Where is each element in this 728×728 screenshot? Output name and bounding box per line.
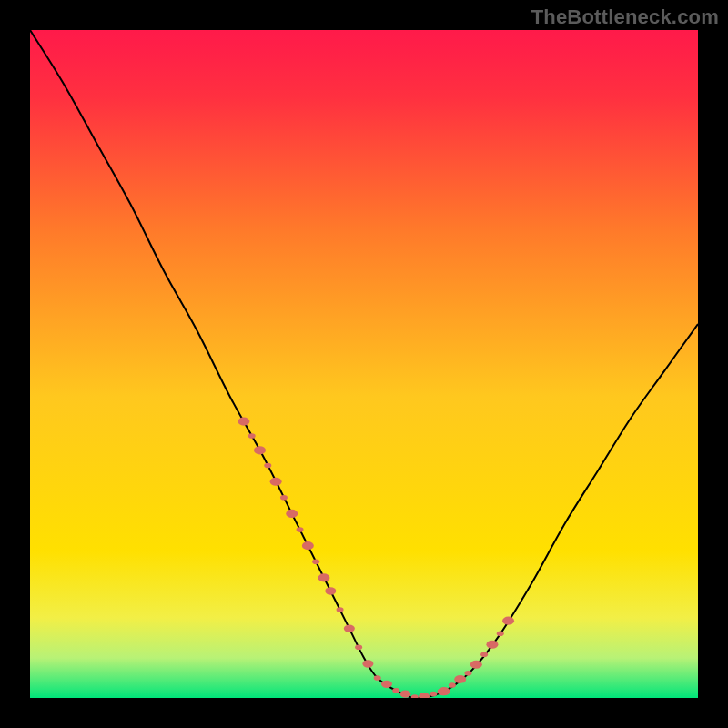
curve-dot bbox=[248, 433, 256, 439]
curve-dot bbox=[302, 541, 314, 550]
curve-dot bbox=[454, 675, 466, 683]
curve-dot bbox=[344, 624, 355, 632]
curve-dot bbox=[238, 418, 249, 426]
curve-dot bbox=[497, 631, 504, 636]
curve-dot bbox=[438, 688, 449, 695]
curve-dot bbox=[486, 641, 498, 649]
curve-dot bbox=[264, 463, 271, 469]
watermark-text: TheBottleneck.com bbox=[531, 5, 719, 29]
curve-dot bbox=[312, 559, 319, 564]
chart-container bbox=[30, 30, 698, 698]
curve-dot bbox=[254, 446, 266, 454]
curve-dot bbox=[374, 675, 381, 681]
bottleneck-chart bbox=[30, 30, 698, 698]
curve-dot bbox=[270, 478, 282, 486]
gradient-background bbox=[30, 30, 698, 698]
curve-dot bbox=[430, 692, 437, 697]
curve-dot bbox=[502, 617, 514, 625]
curve-dot bbox=[286, 510, 298, 518]
curve-dot bbox=[280, 495, 288, 500]
curve-dot bbox=[470, 661, 482, 669]
curve-dot bbox=[465, 671, 472, 676]
curve-dot bbox=[297, 527, 304, 532]
curve-dot bbox=[318, 573, 329, 581]
curve-dot bbox=[355, 644, 362, 650]
curve-dot bbox=[449, 682, 456, 688]
curve-dot bbox=[381, 681, 392, 688]
curve-dot bbox=[400, 690, 411, 697]
curve-dot bbox=[337, 607, 344, 612]
curve-dot bbox=[480, 652, 488, 657]
curve-dot bbox=[362, 660, 373, 667]
curve-dot bbox=[392, 688, 399, 693]
curve-dot bbox=[325, 587, 336, 594]
